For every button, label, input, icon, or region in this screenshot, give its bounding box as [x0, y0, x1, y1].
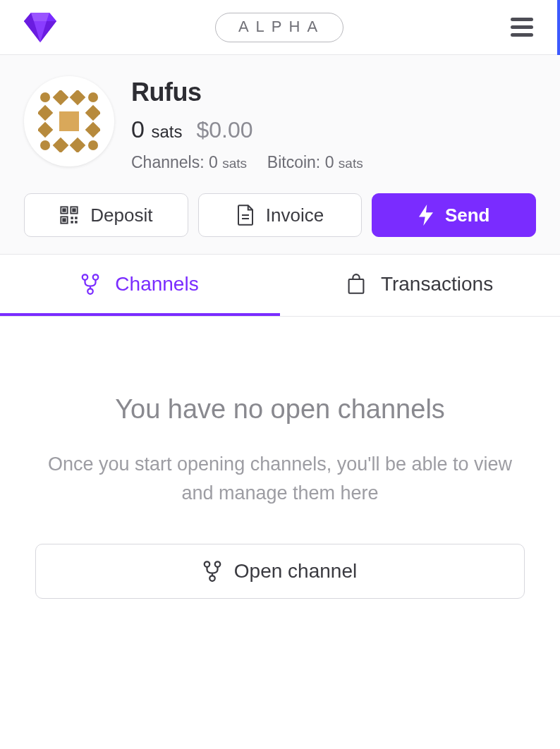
empty-title: You have no open channels	[35, 394, 525, 425]
deposit-label: Deposit	[90, 205, 152, 226]
invoice-button[interactable]: Invoice	[198, 193, 363, 237]
svg-rect-14	[38, 122, 53, 138]
balance-sats: 0 sats	[131, 116, 182, 143]
alpha-badge: ALPHA	[215, 13, 343, 42]
tab-channels-label: Channels	[115, 273, 198, 296]
balance-fiat: $0.00	[196, 117, 252, 143]
svg-rect-15	[85, 122, 100, 138]
document-icon	[236, 205, 255, 226]
svg-point-16	[40, 140, 50, 150]
balance-breakdown: Channels: 0 sats Bitcoin: 0 sats	[131, 153, 363, 172]
svg-point-35	[88, 288, 94, 294]
svg-rect-36	[348, 279, 363, 293]
svg-rect-21	[63, 209, 66, 212]
channels-unit: sats	[222, 156, 247, 171]
svg-point-7	[40, 92, 50, 102]
menu-button[interactable]	[502, 8, 542, 47]
action-buttons: Deposit Invoice Send	[24, 193, 536, 237]
app-header: ALPHA	[0, 0, 560, 55]
svg-marker-32	[419, 205, 433, 226]
tab-bar: Channels Transactions	[0, 255, 560, 317]
bitcoin-unit: sats	[339, 156, 363, 171]
balance-sats-unit: sats	[151, 122, 182, 141]
tab-transactions[interactable]: Transactions	[280, 255, 560, 316]
svg-rect-11	[38, 105, 53, 121]
bag-icon	[347, 274, 365, 295]
svg-point-10	[88, 92, 98, 102]
tab-channels[interactable]: Channels	[0, 255, 280, 316]
invoice-label: Invoice	[266, 205, 324, 226]
lightning-icon	[418, 205, 434, 226]
send-button[interactable]: Send	[372, 193, 536, 237]
svg-rect-8	[53, 90, 69, 105]
svg-point-34	[93, 274, 99, 280]
empty-subtitle: Once you start opening channels, you'll …	[35, 450, 525, 507]
wallet-avatar	[24, 76, 114, 166]
svg-rect-28	[71, 221, 74, 224]
svg-point-39	[209, 576, 215, 581]
channels-label: Channels:	[131, 153, 205, 171]
branch-icon	[81, 274, 99, 295]
app-logo-diamond-icon[interactable]	[24, 13, 56, 42]
balance-line: 0 sats $0.00	[131, 116, 363, 143]
tab-transactions-label: Transactions	[381, 273, 493, 296]
svg-point-38	[215, 561, 221, 567]
svg-rect-17	[53, 138, 69, 152]
svg-rect-9	[70, 90, 86, 105]
svg-rect-29	[75, 221, 78, 224]
branch-icon	[203, 561, 221, 582]
svg-point-33	[83, 274, 88, 280]
side-accent-bar	[557, 0, 560, 55]
svg-rect-18	[70, 138, 86, 152]
deposit-button[interactable]: Deposit	[24, 193, 188, 237]
open-channel-button[interactable]: Open channel	[35, 544, 525, 599]
profile-info: Rufus 0 sats $0.00 Channels: 0 sats Bitc…	[131, 76, 363, 172]
svg-rect-25	[63, 219, 66, 221]
svg-rect-27	[75, 217, 78, 219]
svg-rect-13	[85, 105, 100, 121]
svg-rect-12	[59, 111, 79, 131]
svg-rect-23	[73, 209, 76, 212]
svg-rect-26	[71, 217, 74, 219]
qrcode-icon	[59, 205, 79, 225]
profile-section: Rufus 0 sats $0.00 Channels: 0 sats Bitc…	[0, 55, 560, 255]
svg-point-19	[88, 140, 98, 150]
send-label: Send	[445, 205, 490, 226]
channels-value: 0	[209, 153, 218, 171]
hamburger-icon	[511, 18, 533, 37]
svg-point-37	[205, 561, 210, 567]
open-channel-label: Open channel	[234, 560, 357, 583]
bitcoin-label: Bitcoin:	[267, 153, 320, 171]
balance-sats-value: 0	[131, 116, 145, 142]
empty-state: You have no open channels Once you start…	[0, 317, 560, 599]
wallet-name: Rufus	[131, 78, 363, 107]
bitcoin-value: 0	[325, 153, 334, 171]
svg-marker-2	[31, 13, 49, 21]
